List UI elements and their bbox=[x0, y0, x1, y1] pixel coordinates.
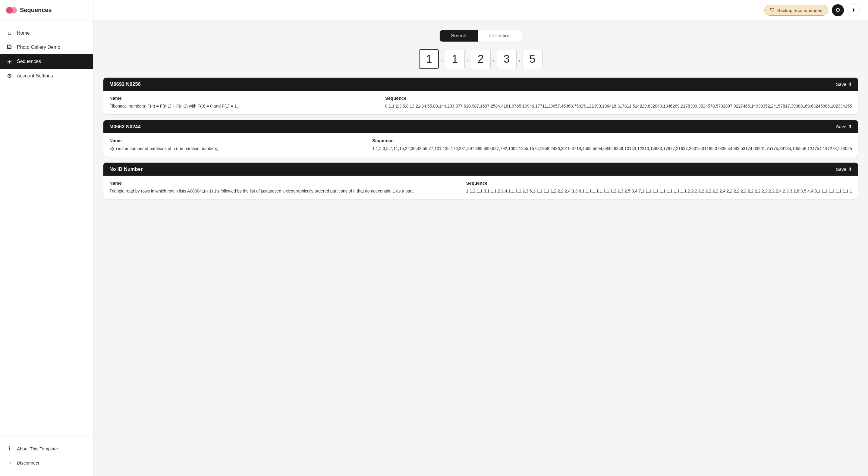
sidebar-item-label-account-settings: Account Settings bbox=[17, 73, 53, 78]
result-sequence-col-0: Sequence 0,1,1,2,3,5,8,13,21,34,55,89,14… bbox=[379, 91, 858, 114]
tab-collection[interactable]: Collection bbox=[478, 30, 522, 41]
settings-button[interactable]: ☀ bbox=[847, 4, 860, 16]
result-sequence-col-2: Sequence 1,1,2,1,1,3,1,1,1,2,2,4,1,1,1,1… bbox=[460, 176, 858, 199]
sidebar-item-disconnect[interactable]: → Disconnect bbox=[0, 456, 93, 470]
tabs-container: SearchCollection bbox=[439, 30, 522, 42]
result-name-label-2: Name bbox=[110, 181, 454, 186]
result-name-col-1: Name a(n) is the number of partitions of… bbox=[103, 133, 366, 157]
sidebar-item-home[interactable]: ⌂ Home bbox=[0, 26, 93, 40]
sidebar-item-label-photo-gallery: Photo Gallery Demo bbox=[17, 44, 60, 50]
save-icon-0: ⬆ bbox=[848, 81, 852, 87]
app-title: Sequences bbox=[20, 7, 52, 13]
result-name-label-1: Name bbox=[110, 138, 360, 143]
sidebar-item-label-disconnect: Disconnect bbox=[17, 460, 39, 466]
result-header-0: M0692 N0256 Save ⬆ bbox=[103, 78, 858, 91]
backup-label: Backup recommended bbox=[777, 8, 823, 13]
digit-box-0[interactable]: 1 bbox=[419, 49, 439, 69]
save-button-2[interactable]: Save ⬆ bbox=[836, 166, 852, 172]
sidebar-nav: ⌂ Home 🖼 Photo Gallery Demo ⊞ Sequences … bbox=[0, 21, 93, 436]
result-body-2: Name Triangle read by rows in which row … bbox=[103, 176, 858, 199]
sidebar-item-label-sequences: Sequences bbox=[17, 59, 41, 64]
save-icon-2: ⬆ bbox=[848, 166, 852, 172]
sidebar-item-account-settings[interactable]: ⚙ Account Settings bbox=[0, 69, 93, 83]
photo-gallery-icon: 🖼 bbox=[6, 44, 13, 50]
main-wrapper: 🛡 Backup recommended O ☀ SearchCollectio… bbox=[93, 0, 868, 476]
result-body-1: Name a(n) is the number of partitions of… bbox=[103, 133, 858, 157]
disconnect-icon: → bbox=[6, 460, 13, 466]
result-sequence-col-1: Sequence 1,1,2,3,5,7,11,15,22,30,42,56,7… bbox=[366, 133, 858, 157]
save-icon-1: ⬆ bbox=[848, 124, 852, 130]
result-name-value-1: a(n) is the number of partitions of n (t… bbox=[110, 146, 360, 152]
result-name-label-0: Name bbox=[110, 95, 373, 101]
save-label-2: Save bbox=[836, 167, 846, 172]
tabs-bar: SearchCollection bbox=[103, 30, 858, 42]
logo-circle-left bbox=[6, 7, 13, 13]
result-header-1: M0663 N0244 Save ⬆ bbox=[103, 120, 858, 133]
sidebar: Sequences ⌂ Home 🖼 Photo Gallery Demo ⊞ … bbox=[0, 0, 93, 476]
account-settings-icon: ⚙ bbox=[6, 73, 13, 79]
main-content: SearchCollection 1,1,2,3,5 M0692 N0256 S… bbox=[93, 21, 868, 476]
sidebar-item-label-home: Home bbox=[17, 30, 30, 36]
save-label-0: Save bbox=[836, 82, 846, 87]
search-area: 1,1,2,3,5 bbox=[103, 49, 858, 69]
shield-icon: 🛡 bbox=[770, 7, 775, 13]
result-name-value-0: Fibonacci numbers: F(n) = F(n-1) + F(n-2… bbox=[110, 103, 373, 109]
result-name-col-0: Name Fibonacci numbers: F(n) = F(n-1) + … bbox=[103, 91, 379, 114]
sidebar-item-label-about: About This Template bbox=[17, 446, 58, 451]
result-id-1: M0663 N0244 bbox=[110, 124, 141, 130]
result-sequence-value-1: 1,1,2,3,5,7,11,15,22,30,42,56,77,101,135… bbox=[372, 146, 852, 152]
result-sequence-label-2: Sequence bbox=[466, 181, 852, 186]
result-header-2: No ID Number Save ⬆ bbox=[103, 163, 858, 176]
result-name-value-2: Triangle read by rows in which row n lis… bbox=[110, 188, 454, 194]
digit-box-4[interactable]: 5 bbox=[523, 49, 542, 69]
sidebar-logo: Sequences bbox=[0, 0, 93, 21]
save-button-1[interactable]: Save ⬆ bbox=[836, 124, 852, 130]
result-sequence-value-2: 1,1,2,1,1,3,1,1,1,2,2,4,1,1,1,1,2,3,5,1,… bbox=[466, 188, 852, 194]
result-card: M0663 N0244 Save ⬆ Name a(n) is the numb… bbox=[103, 120, 858, 157]
result-id-2: No ID Number bbox=[110, 167, 143, 172]
result-sequence-value-0: 0,1,1,2,3,5,8,13,21,34,55,89,144,233,377… bbox=[385, 103, 852, 109]
digit-box-1[interactable]: 1 bbox=[445, 49, 465, 69]
save-label-1: Save bbox=[836, 124, 846, 129]
digit-separator-3: , bbox=[518, 54, 521, 63]
avatar-button[interactable]: O bbox=[832, 4, 844, 16]
home-icon: ⌂ bbox=[6, 30, 13, 36]
result-body-0: Name Fibonacci numbers: F(n) = F(n-1) + … bbox=[103, 91, 858, 114]
result-name-col-2: Name Triangle read by rows in which row … bbox=[103, 176, 460, 199]
digit-separator-2: , bbox=[493, 54, 495, 63]
digit-separator-1: , bbox=[467, 54, 469, 63]
sidebar-bottom: ℹ About This Template → Disconnect bbox=[0, 436, 93, 476]
result-sequence-label-1: Sequence bbox=[372, 138, 852, 143]
result-card: M0692 N0256 Save ⬆ Name Fibonacci number… bbox=[103, 77, 858, 115]
topbar: 🛡 Backup recommended O ☀ bbox=[93, 0, 868, 21]
result-sequence-label-0: Sequence bbox=[385, 95, 852, 101]
about-icon: ℹ bbox=[6, 445, 13, 452]
sidebar-item-photo-gallery[interactable]: 🖼 Photo Gallery Demo bbox=[0, 40, 93, 54]
sidebar-item-about[interactable]: ℹ About This Template bbox=[0, 441, 93, 456]
digit-separator-0: , bbox=[441, 54, 443, 63]
save-button-0[interactable]: Save ⬆ bbox=[836, 81, 852, 87]
sidebar-item-sequences[interactable]: ⊞ Sequences bbox=[0, 54, 93, 69]
tab-search[interactable]: Search bbox=[440, 30, 478, 41]
sun-icon: ☀ bbox=[851, 7, 856, 13]
result-card: No ID Number Save ⬆ Name Triangle read b… bbox=[103, 162, 858, 199]
sequences-icon: ⊞ bbox=[6, 58, 13, 65]
backup-button[interactable]: 🛡 Backup recommended bbox=[764, 5, 828, 16]
digit-box-3[interactable]: 3 bbox=[497, 49, 517, 69]
app-logo-icon bbox=[6, 7, 17, 13]
result-id-0: M0692 N0256 bbox=[110, 82, 141, 87]
digit-box-2[interactable]: 2 bbox=[471, 49, 491, 69]
